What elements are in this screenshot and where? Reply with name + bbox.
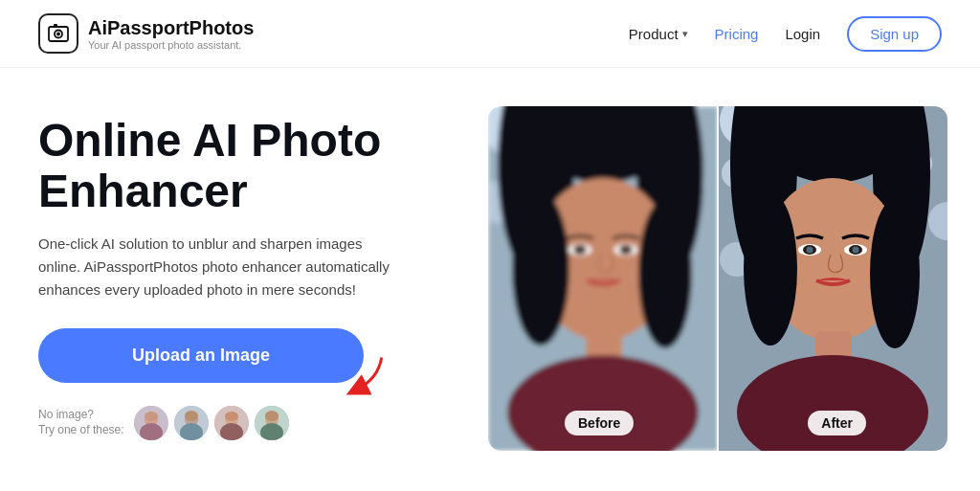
image-comparison: Before After [488,106,947,451]
svg-point-41 [512,192,569,346]
sample-label: No image? Try one of these: [38,408,124,437]
nav-login[interactable]: Login [785,26,820,42]
svg-rect-3 [54,24,57,27]
logo-subtitle: Your AI passport photo assistant. [88,39,254,51]
logo-icon [38,13,78,54]
main-content: Online AI Photo Enhancer One-click AI so… [0,68,980,490]
site-header: AiPassportPhotos Your AI passport photo … [0,0,980,68]
upload-button[interactable]: Upload an Image [38,328,364,383]
svg-point-59 [807,247,813,254]
svg-point-2 [56,33,60,36]
logo[interactable]: AiPassportPhotos Your AI passport photo … [38,13,254,54]
sample-images-row: No image? Try one of these: [38,406,450,440]
sample-thumb-4[interactable] [255,406,289,440]
red-arrow-icon [335,350,392,408]
upload-button-wrapper: Upload an Image [38,328,450,398]
hero-description: One-click AI solution to unblur and shar… [38,233,402,301]
sample-thumb-3[interactable] [214,406,249,440]
signup-button[interactable]: Sign up [847,16,942,52]
svg-point-42 [638,199,692,348]
hero-right: Before After [488,106,947,471]
sample-thumb-1[interactable] [134,406,168,440]
hero-left: Online AI Photo Enhancer One-click AI so… [38,106,450,471]
hero-title: Online AI Photo Enhancer [38,116,450,217]
comparison-image [488,106,947,451]
chevron-down-icon: ▾ [682,28,688,40]
svg-point-38 [619,245,633,255]
nav-pricing[interactable]: Pricing [715,26,759,42]
before-label: Before [565,411,634,435]
svg-point-60 [853,247,859,254]
nav-product[interactable]: Product ▾ [629,26,688,42]
sample-thumb-2[interactable] [174,406,209,440]
svg-rect-12 [185,411,198,421]
sample-thumbnails [134,406,289,440]
svg-point-36 [573,245,587,255]
svg-rect-8 [145,412,158,421]
svg-rect-20 [265,411,278,421]
after-label: After [808,411,866,435]
logo-text: AiPassportPhotos Your AI passport photo … [88,17,254,51]
svg-point-64 [870,199,920,348]
svg-rect-16 [225,412,238,421]
svg-point-63 [744,192,797,346]
main-nav: Product ▾ Pricing Login Sign up [629,16,942,52]
logo-title: AiPassportPhotos [88,17,254,39]
